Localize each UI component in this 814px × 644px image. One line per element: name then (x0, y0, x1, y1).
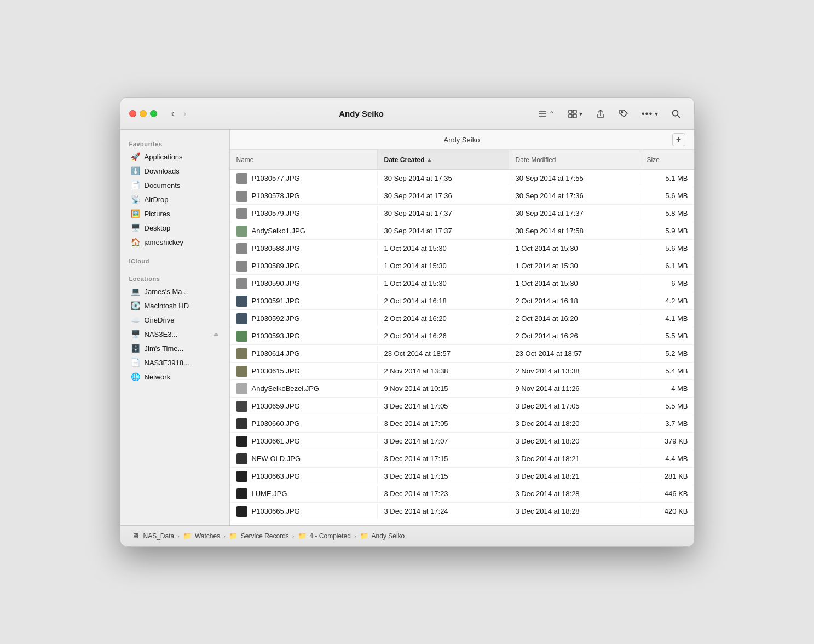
forward-button[interactable]: › (180, 107, 190, 120)
date-created-cell: 9 Nov 2014 at 10:15 (378, 382, 509, 395)
maximize-button[interactable] (150, 110, 157, 117)
applications-icon: 🚀 (131, 152, 140, 161)
table-row[interactable]: P1030579.JPG30 Sep 2014 at 17:3730 Sep 2… (230, 205, 694, 222)
add-button[interactable]: + (672, 133, 685, 146)
sidebar-item-onedrive[interactable]: ☁️ OneDrive (124, 313, 226, 327)
sidebar-label-onedrive: OneDrive (145, 316, 175, 324)
date-created-cell: 3 Dec 2014 at 17:23 (378, 487, 509, 500)
file-name-cell: P1030659.JPG (230, 399, 378, 414)
search-button[interactable] (667, 107, 685, 121)
table-row[interactable]: P1030591.JPG2 Oct 2014 at 16:182 Oct 201… (230, 292, 694, 310)
file-name: P1030577.JPG (252, 174, 300, 182)
minimize-button[interactable] (140, 110, 147, 117)
breadcrumb-icon: 📁 (298, 532, 307, 540)
file-name-cell: P1030614.JPG (230, 346, 378, 361)
table-row[interactable]: P1030659.JPG3 Dec 2014 at 17:053 Dec 201… (230, 398, 694, 415)
col-header-name[interactable]: Name (230, 150, 378, 169)
breadcrumb-item[interactable]: 📁Watches (183, 532, 220, 540)
size-cell: 5.9 MB (640, 225, 694, 237)
breadcrumb-item[interactable]: 📁4 - Completed (298, 532, 351, 540)
list-view-button[interactable]: ⌃ (533, 107, 559, 121)
file-thumbnail (236, 401, 247, 412)
table-row[interactable]: P1030588.JPG1 Oct 2014 at 15:301 Oct 201… (230, 240, 694, 257)
share-button[interactable] (591, 107, 610, 121)
date-created-cell: 1 Oct 2014 at 15:30 (378, 260, 509, 272)
date-modified-cell: 3 Dec 2014 at 18:28 (509, 487, 640, 500)
col-header-size[interactable]: Size (640, 150, 694, 169)
date-created-cell: 23 Oct 2014 at 18:57 (378, 347, 509, 360)
table-row[interactable]: P1030614.JPG23 Oct 2014 at 18:5723 Oct 2… (230, 345, 694, 363)
date-created-cell: 30 Sep 2014 at 17:35 (378, 172, 509, 185)
table-row[interactable]: P1030593.JPG2 Oct 2014 at 16:262 Oct 201… (230, 327, 694, 345)
sidebar-item-network[interactable]: 🌐 Network (124, 370, 226, 384)
file-name: P1030615.JPG (252, 367, 300, 375)
table-row[interactable]: AndySeiko1.JPG30 Sep 2014 at 17:3730 Sep… (230, 222, 694, 240)
file-name: P1030661.JPG (252, 437, 300, 445)
sidebar-item-timemachine[interactable]: 🗄️ Jim's Time... (124, 341, 226, 355)
sidebar-item-documents[interactable]: 📄 Documents (124, 178, 226, 192)
breadcrumb-item[interactable]: 📁Andy Seiko (360, 532, 405, 540)
sidebar-item-nas3e3[interactable]: 🖥️ NAS3E3... ⏏ (124, 327, 226, 341)
file-name-cell: P1030577.JPG (230, 171, 378, 186)
size-cell: 5.5 MB (640, 400, 694, 412)
sidebar-item-macintosh[interactable]: 💽 Macintosh HD (124, 298, 226, 313)
table-row[interactable]: P1030578.JPG30 Sep 2014 at 17:3630 Sep 2… (230, 187, 694, 205)
svg-point-7 (621, 111, 622, 113)
sidebar-item-desktop[interactable]: 🖥️ Desktop (124, 221, 226, 235)
date-created-cell: 30 Sep 2014 at 17:37 (378, 207, 509, 220)
timemachine-icon: 🗄️ (131, 344, 140, 353)
breadcrumb-item[interactable]: 📁Service Records (229, 532, 289, 540)
file-name-cell: P1030588.JPG (230, 241, 378, 256)
toolbar-actions: ⌃ ▾ (533, 106, 685, 122)
file-name-cell: P1030592.JPG (230, 311, 378, 326)
sidebar-item-home[interactable]: 🏠 jameshickey (124, 235, 226, 249)
file-name: P1030578.JPG (252, 192, 300, 200)
tag-button[interactable] (614, 107, 633, 121)
table-row[interactable]: P1030661.JPG3 Dec 2014 at 17:073 Dec 201… (230, 433, 694, 450)
sidebar-label-applications: Applications (145, 153, 183, 161)
size-cell: 5.4 MB (640, 365, 694, 377)
more-button[interactable]: ••• ▾ (637, 106, 662, 122)
window-title: Andy Seiko (197, 109, 527, 118)
sidebar-item-jamesma[interactable]: 💻 James's Ma... (124, 284, 226, 298)
svg-line-9 (677, 115, 680, 118)
breadcrumb-item[interactable]: 🖥NAS_Data (131, 532, 175, 540)
table-row[interactable]: P1030615.JPG2 Nov 2014 at 13:382 Nov 201… (230, 363, 694, 380)
table-row[interactable]: P1030589.JPG1 Oct 2014 at 15:301 Oct 201… (230, 257, 694, 275)
table-row[interactable]: P1030660.JPG3 Dec 2014 at 17:053 Dec 201… (230, 415, 694, 433)
sidebar-item-nas3e3918[interactable]: 📄 NAS3E3918... (124, 355, 226, 370)
file-name-cell: P1030615.JPG (230, 364, 378, 379)
date-modified-cell: 30 Sep 2014 at 17:37 (509, 207, 640, 220)
breadcrumb-label: 4 - Completed (310, 532, 351, 540)
table-row[interactable]: P1030663.JPG3 Dec 2014 at 17:153 Dec 201… (230, 468, 694, 485)
harddisk-icon: 💽 (131, 301, 140, 310)
table-row[interactable]: P1030665.JPG3 Dec 2014 at 17:243 Dec 201… (230, 503, 694, 520)
table-row[interactable]: NEW OLD.JPG3 Dec 2014 at 17:153 Dec 2014… (230, 450, 694, 468)
sidebar-item-downloads[interactable]: ⬇️ Downloads (124, 164, 226, 178)
sidebar-item-pictures[interactable]: 🖼️ Pictures (124, 206, 226, 221)
file-name: LUME.JPG (252, 490, 287, 498)
date-modified-cell: 3 Dec 2014 at 18:20 (509, 417, 640, 430)
size-cell: 4.4 MB (640, 452, 694, 465)
table-row[interactable]: P1030592.JPG2 Oct 2014 at 16:202 Oct 201… (230, 310, 694, 327)
close-button[interactable] (129, 110, 136, 117)
sidebar-item-airdrop[interactable]: 📡 AirDrop (124, 192, 226, 206)
locations-label: Locations (120, 271, 229, 284)
sidebar-item-applications[interactable]: 🚀 Applications (124, 150, 226, 164)
grid-view-button[interactable]: ▾ (563, 107, 587, 121)
file-name: P1030590.JPG (252, 279, 300, 288)
col-header-date-created[interactable]: Date Created ▲ (378, 150, 509, 169)
table-row[interactable]: P1030590.JPG1 Oct 2014 at 15:301 Oct 201… (230, 275, 694, 292)
date-modified-cell: 1 Oct 2014 at 15:30 (509, 260, 640, 272)
table-row[interactable]: LUME.JPG3 Dec 2014 at 17:233 Dec 2014 at… (230, 485, 694, 503)
file-thumbnail (236, 296, 247, 307)
file-name: P1030593.JPG (252, 332, 300, 340)
back-button[interactable]: ‹ (168, 107, 178, 120)
file-name: P1030665.JPG (252, 507, 300, 515)
date-modified-cell: 1 Oct 2014 at 15:30 (509, 242, 640, 255)
table-row[interactable]: AndySeikoBezel.JPG9 Nov 2014 at 10:159 N… (230, 380, 694, 398)
home-icon: 🏠 (131, 238, 140, 246)
col-header-date-modified[interactable]: Date Modified (509, 150, 640, 169)
table-row[interactable]: P1030577.JPG30 Sep 2014 at 17:3530 Sep 2… (230, 170, 694, 187)
sidebar-label-nas3e3918: NAS3E3918... (145, 359, 189, 367)
